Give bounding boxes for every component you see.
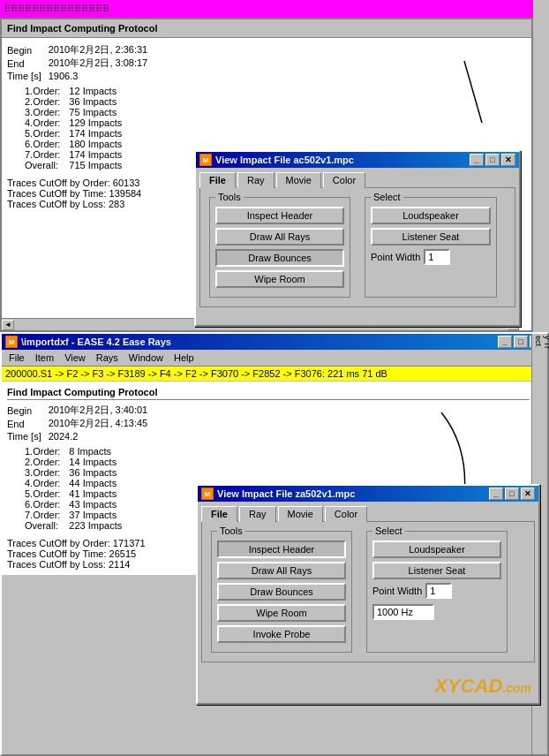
w2-time-value: 2024.2: [49, 430, 148, 442]
point-width-row-1: Point Width: [371, 249, 491, 265]
pink-top-bar: ⠿⠿⠿⠿⠿⠿⠿⠿⠿⠿⠿⠿⠿⠿⠿: [0, 0, 533, 18]
close-btn-2[interactable]: ✕: [521, 488, 535, 500]
tools-label-1: Tools: [215, 192, 244, 202]
pink-bar-text: ⠿⠿⠿⠿⠿⠿⠿⠿⠿⠿⠿⠿⠿⠿⠿: [4, 4, 109, 15]
menu-view[interactable]: View: [59, 351, 91, 365]
freq-input-2[interactable]: [372, 604, 434, 620]
w2-begin-value: 2010年2月2日, 3:40:01: [49, 404, 148, 417]
ease-minimize-btn[interactable]: _: [498, 336, 512, 348]
wipe-room-btn-2[interactable]: Wipe Room: [217, 604, 346, 622]
tab-panels-2: Tools Inspect Header Draw All Rays Draw …: [207, 527, 529, 656]
sidebar-text: orkectomSpWVeFaLoLisEcingndahiteppiy Tre…: [532, 334, 549, 351]
orders-data-1: 1.Order:12 Impacts 2.Order:36 Impacts 3.…: [25, 86, 122, 170]
ease-main-window: M \importdxf - EASE 4.2 Ease Rays _ □ ✕ …: [0, 332, 549, 756]
minimize-btn-1[interactable]: _: [470, 154, 484, 166]
ease-title: \importdxf - EASE 4.2 Ease Rays: [21, 336, 171, 347]
select-group-2: Select Loudspeaker Listener Seat Point W…: [366, 531, 508, 653]
tab-panels-1: Tools Inspect Header Draw All Rays Draw …: [206, 193, 509, 301]
point-width-input-2[interactable]: [425, 583, 452, 599]
begin-label: Begin: [7, 43, 49, 57]
point-width-row-2: Point Width: [372, 583, 501, 599]
point-width-label-1: Point Width: [371, 252, 420, 262]
tab-control-1: File Ray Movie Color Tools Inspect Heade…: [196, 168, 519, 307]
view-impact-title-2: View Impact File za502v1.mpc: [217, 488, 355, 499]
w2-begin-label: Begin: [7, 404, 49, 417]
end-label: End: [7, 57, 49, 70]
view-impact-title-1: View Impact File ac502v1.mpc: [215, 155, 354, 165]
tab-file-1[interactable]: File: [199, 172, 236, 188]
w2-time-label: Time [s]: [7, 430, 49, 442]
menu-window[interactable]: Window: [124, 351, 169, 365]
menu-help[interactable]: Help: [169, 351, 199, 365]
freq-row-2: [372, 604, 501, 620]
wipe-room-btn-1[interactable]: Wipe Room: [215, 270, 344, 288]
tab-color-2[interactable]: Color: [325, 506, 367, 522]
orders-data-2: 1.Order:8 Impacts 2.Order:14 Impacts 3.O…: [25, 446, 122, 531]
window1-info-table: Begin 2010年2月2日, 2:36:31 End 2010年2月2日, …: [7, 43, 147, 82]
draw-bounces-btn-1[interactable]: Draw Bounces: [215, 249, 344, 267]
tab-ray-2[interactable]: Ray: [239, 506, 276, 522]
close-btn-1[interactable]: ✕: [501, 154, 515, 166]
titlebar-buttons-2[interactable]: _ □ ✕: [489, 488, 535, 500]
ease-maximize-btn[interactable]: □: [514, 336, 528, 348]
inspect-header-btn-1[interactable]: Inspect Header: [215, 207, 344, 224]
tools-group-1: Tools Inspect Header Draw All Rays Draw …: [209, 197, 350, 298]
app-icon-1: M: [199, 154, 212, 166]
view-impact-titlebar-2: M View Impact File za502v1.mpc _ □ ✕: [198, 486, 538, 502]
tab-movie-2[interactable]: Movie: [278, 506, 323, 522]
watermark: XYCAD.com: [434, 675, 531, 698]
view-impact-window-2: M View Impact File za502v1.mpc _ □ ✕ Fil…: [196, 484, 540, 705]
tools-group-2: Tools Inspect Header Draw All Rays Draw …: [211, 531, 352, 653]
draw-all-rays-btn-2[interactable]: Draw All Rays: [217, 562, 346, 579]
view-impact-window-1: M View Impact File ac502v1.mpc _ □ ✕ Fil…: [194, 150, 521, 327]
ease-app-icon: M: [5, 336, 18, 348]
time-value: 1906.3: [49, 70, 148, 82]
tab-movie-1[interactable]: Movie: [276, 172, 321, 188]
invoke-probe-btn-2[interactable]: Invoke Probe: [217, 625, 346, 643]
minimize-btn-2[interactable]: _: [489, 488, 503, 500]
titlebar-buttons-1[interactable]: _ □ ✕: [470, 154, 515, 166]
maximize-btn-2[interactable]: □: [505, 488, 519, 500]
tab-content-1: Tools Inspect Header Draw All Rays Draw …: [199, 187, 515, 307]
begin-value: 2010年2月2日, 2:36:31: [49, 43, 148, 57]
w2-end-label: End: [7, 417, 49, 430]
app-icon-2: M: [201, 488, 214, 500]
scroll-left-btn-1[interactable]: ◄: [2, 320, 14, 330]
inspect-header-btn-2[interactable]: Inspect Header: [217, 541, 346, 558]
tab-file-2[interactable]: File: [201, 506, 237, 522]
loudspeaker-btn-2[interactable]: Loudspeaker: [372, 541, 501, 558]
tab-content-2: Tools Inspect Header Draw All Rays Draw …: [201, 521, 535, 662]
point-width-label-2: Point Width: [372, 586, 422, 596]
select-label-1: Select: [371, 192, 403, 202]
highlight-bar: 200000.S1 -> F2 -> F3 -> F3189 -> F4 -> …: [2, 367, 547, 382]
draw-all-rays-btn-1[interactable]: Draw All Rays: [215, 228, 344, 246]
window2-info-table: Begin 2010年2月2日, 3:40:01 End 2010年2月2日, …: [7, 404, 147, 442]
find-impact-title-1: Find Impact Computing Protocol: [2, 19, 531, 38]
tab-ray-1[interactable]: Ray: [237, 172, 274, 188]
tab-color-1[interactable]: Color: [323, 172, 365, 188]
time-label: Time [s]: [7, 70, 49, 82]
tab-row-1: File Ray Movie Color: [199, 171, 515, 187]
menu-item-label[interactable]: Item: [30, 351, 59, 365]
tab-control-2: File Ray Movie Color Tools Inspect Heade…: [198, 502, 538, 662]
select-label-2: Select: [372, 525, 405, 536]
menu-file[interactable]: File: [4, 351, 30, 365]
point-width-input-1[interactable]: [424, 249, 450, 265]
select-group-1: Select Loudspeaker Listener Seat Point W…: [365, 197, 497, 298]
ease-menu-bar: File Item View Rays Window Help: [2, 350, 547, 367]
maximize-btn-1[interactable]: □: [485, 154, 500, 166]
menu-rays[interactable]: Rays: [91, 351, 124, 365]
loudspeaker-btn-1[interactable]: Loudspeaker: [371, 207, 491, 224]
listener-seat-btn-2[interactable]: Listener Seat: [372, 562, 501, 579]
ease-titlebar: M \importdxf - EASE 4.2 Ease Rays _ □ ✕: [2, 334, 547, 350]
find-impact-title-2: Find Impact Computing Protocol: [7, 387, 530, 400]
w2-end-value: 2010年2月2日, 4:13:45: [49, 417, 148, 430]
tools-label-2: Tools: [217, 525, 245, 536]
view-impact-titlebar-1: M View Impact File ac502v1.mpc _ □ ✕: [196, 152, 519, 168]
draw-bounces-btn-2[interactable]: Draw Bounces: [217, 583, 346, 601]
listener-seat-btn-1[interactable]: Listener Seat: [371, 228, 491, 246]
tab-row-2: File Ray Movie Color: [201, 505, 535, 521]
end-value: 2010年2月2日, 3:08:17: [49, 57, 148, 70]
